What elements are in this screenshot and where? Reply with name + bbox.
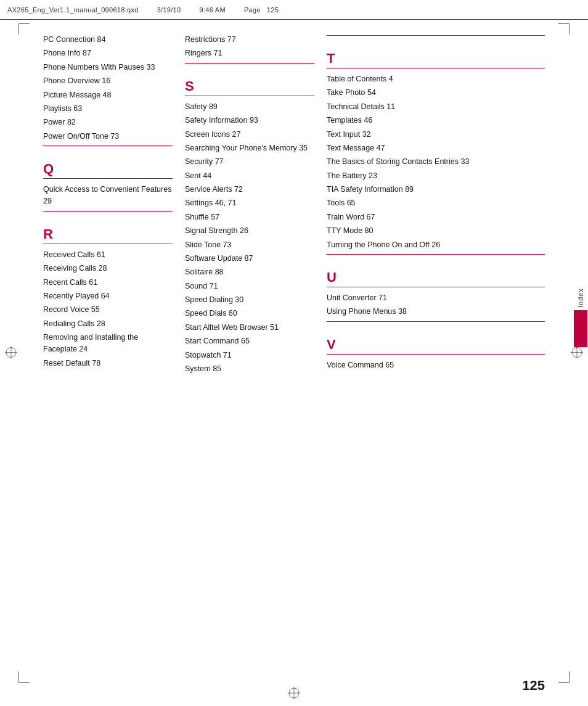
index-entry: TTY Mode 80 [327,225,545,237]
side-tab: Index [573,288,588,347]
index-entry: Removing and Installing the Faceplate 24 [43,332,173,356]
index-entry: Solitaire 88 [185,266,314,278]
header-page-number: 125 [267,6,279,14]
corner-mark-tr [558,23,570,35]
side-tab-bar [574,310,587,347]
index-entry: Settings 46, 71 [185,197,314,209]
index-entry: Templates 46 [327,115,545,126]
index-entry: Recent Calls 61 [43,277,173,289]
column-3: TTable of Contents 4Take Photo 54Technic… [327,34,545,669]
index-entry: TIA Safety Information 89 [327,184,545,195]
index-entry: Reset Default 78 [43,358,173,369]
index-entry: Searching Your Phone's Memory 35 [185,142,314,154]
index-entry: Speed Dialing 30 [185,294,314,306]
index-entry: Sound 71 [185,281,314,292]
index-entry: Playlists 63 [43,103,173,115]
index-entry: Redialing Calls 28 [43,318,173,330]
divider-col1-2 [43,211,173,211]
index-entry: Speed Dials 60 [185,308,314,319]
divider-col1-1 [43,146,173,146]
reg-mark-right [571,346,583,360]
corner-mark-bl [18,671,30,683]
column-1: PC Connection 84Phone Info 87Phone Numbe… [43,34,173,669]
index-entry: Security 77 [185,156,314,168]
index-entry: Received Calls 61 [43,249,173,261]
divider-under-V [327,354,545,355]
divider-col2-1 [185,63,314,64]
index-entry: Service Alerts 72 [185,184,314,195]
header-date: 3/19/10 [157,6,181,14]
page-number: 125 [522,678,545,694]
index-entry: Quick Access to Convenient Features 29 [43,184,173,208]
index-entry: Safety 89 [185,101,314,113]
corner-mark-tl [18,23,30,35]
index-entry: Phone Numbers With Pauses 33 [43,62,173,73]
divider-under-Q [43,178,173,179]
index-entry: Turning the Phone On and Off 26 [327,239,545,251]
reg-mark-bottom [288,687,300,701]
index-entry: Restrictions 77 [185,34,314,46]
index-entry: Phone Overview 16 [43,75,173,87]
index-entry: Tools 65 [327,197,545,209]
index-entry: Shuffle 57 [185,211,314,223]
index-entry: Start Command 65 [185,335,314,347]
index-entry: Stopwatch 71 [185,350,314,361]
index-entry: Technical Details 11 [327,101,545,113]
index-entry: Text Input 32 [327,129,545,141]
section-letter-V: V [327,338,545,351]
index-entry: Safety Information 93 [185,115,314,126]
index-entry: Slide Tone 73 [185,239,314,251]
content-area: PC Connection 84Phone Info 87Phone Numbe… [43,34,545,669]
header-filename: AX265_Eng_Ver1.1_manual_090618.qxd [7,6,139,14]
index-entry: Unit Converter 71 [327,292,545,304]
index-entry: Power On/Off Tone 73 [43,131,173,142]
index-entry: PC Connection 84 [43,34,173,46]
index-entry: Record Voice 55 [43,304,173,316]
index-entry: Software Update 87 [185,253,314,265]
section-letter-T: T [327,52,545,65]
section-letter-U: U [327,271,545,284]
index-entry: Power 82 [43,117,173,128]
header-page-label: Page [244,6,261,14]
section-letter-Q: Q [43,162,173,176]
index-entry: Recently Played 64 [43,290,173,302]
index-entry: The Battery 23 [327,170,545,182]
divider-col3-0 [327,35,545,36]
reg-mark-left [5,346,17,360]
index-entry: Sent 44 [185,170,314,182]
index-entry: Using Phone Menus 38 [327,306,545,318]
section-letter-R: R [43,228,173,241]
divider-under-S [185,96,314,96]
column-2: Restrictions 77Ringers 71SSafety 89Safet… [185,34,314,669]
divider-col3-1 [327,254,545,255]
index-entry: Picture Message 48 [43,89,173,101]
index-entry: Take Photo 54 [327,87,545,99]
index-entry: Receiving Calls 28 [43,263,173,274]
side-tab-text: Index [577,288,584,308]
divider-under-R [43,244,173,244]
divider-under-T [327,68,545,68]
index-entry: Signal Strength 26 [185,225,314,237]
index-entry: Start Alltel Web Browser 51 [185,322,314,334]
header-time: 9:46 AM [199,6,225,14]
index-entry: Voice Command 65 [327,359,545,371]
corner-mark-br [558,671,570,683]
index-entry: Table of Contents 4 [327,73,545,85]
index-entry: System 85 [185,363,314,375]
index-entry: Text Message 47 [327,142,545,154]
section-letter-S: S [185,80,314,93]
index-entry: The Basics of Storing Contacts Entries 3… [327,156,545,168]
index-entry: Screen Icons 27 [185,129,314,141]
divider-under-U [327,287,545,287]
index-entry: Ringers 71 [185,47,314,59]
index-entry: Phone Info 87 [43,47,173,59]
header-bar: AX265_Eng_Ver1.1_manual_090618.qxd 3/19/… [0,0,588,20]
index-entry: Train Word 67 [327,211,545,223]
divider-col3-2 [327,321,545,322]
